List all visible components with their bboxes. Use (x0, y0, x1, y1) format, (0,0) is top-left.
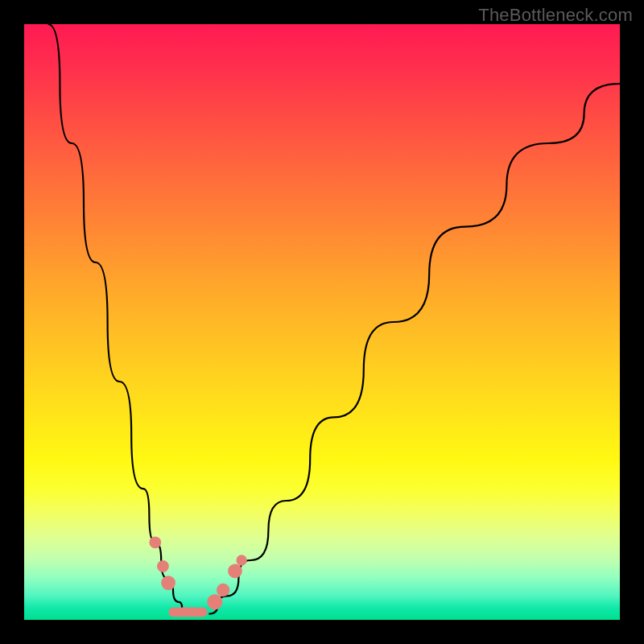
marker-dot (236, 555, 246, 565)
plot-area (24, 24, 620, 620)
watermark-text: TheBottleneck.com (478, 5, 633, 26)
curve-right-branch (208, 84, 620, 614)
curve-left-branch (48, 24, 185, 614)
marker-dot (217, 584, 229, 597)
marker-pill (168, 607, 207, 617)
marker-dot (157, 560, 169, 572)
curve-layer (24, 24, 620, 620)
marker-dot (161, 576, 175, 590)
marker-dot (149, 536, 161, 548)
marker-dot (207, 594, 222, 609)
marker-dot (228, 564, 242, 578)
